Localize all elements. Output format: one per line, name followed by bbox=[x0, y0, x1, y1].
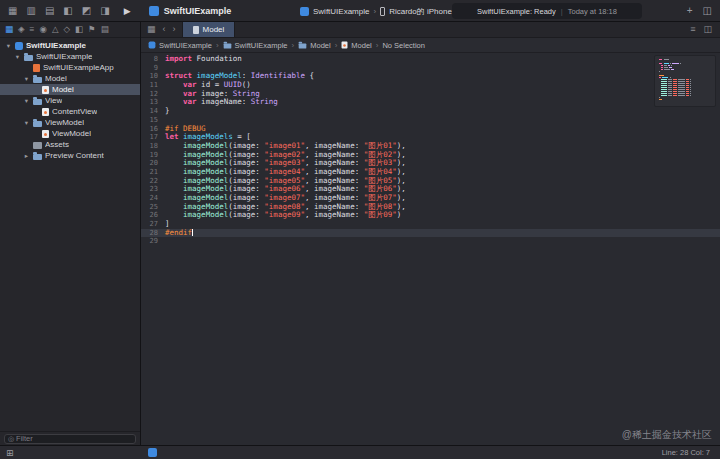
tree-item-assets[interactable]: Assets bbox=[0, 139, 140, 150]
editor-tab-bar: ▦ ‹ › Model ≡◫ bbox=[141, 22, 720, 38]
line-number[interactable]: 21 bbox=[141, 168, 165, 177]
line-number[interactable]: 27 bbox=[141, 220, 165, 229]
tree-item-swiftuiexample[interactable]: ▾SwiftUIExample bbox=[0, 40, 140, 51]
tree-item-label: Preview Content bbox=[45, 151, 104, 160]
run-button[interactable]: ▶ bbox=[124, 6, 131, 16]
filter-field[interactable]: ◎ bbox=[4, 434, 136, 444]
line-number[interactable]: 18 bbox=[141, 142, 165, 151]
add-icon[interactable]: + bbox=[687, 6, 693, 16]
disclosure-triangle-icon[interactable]: ▾ bbox=[23, 119, 30, 127]
file-icon bbox=[193, 26, 199, 34]
line-number[interactable]: 15 bbox=[141, 116, 165, 125]
scheme-selector[interactable]: SwiftUIExample › Ricardo的 iPhone bbox=[300, 0, 452, 22]
minimap[interactable] bbox=[654, 55, 716, 107]
assets-icon bbox=[33, 142, 42, 149]
disclosure-triangle-icon[interactable]: ▾ bbox=[23, 97, 30, 105]
filter-input[interactable] bbox=[16, 434, 132, 443]
disclosure-triangle-icon[interactable]: ▾ bbox=[14, 53, 21, 61]
panel-split-icon[interactable]: ◩ bbox=[82, 6, 91, 16]
toolbar-left-icons: ▦▥▤◧◩◨ bbox=[0, 6, 110, 16]
project-navigator-icon[interactable]: ▦ bbox=[5, 25, 13, 34]
panel-left-icon[interactable]: ◧ bbox=[63, 6, 72, 16]
editor-panes-icon[interactable]: ◫ bbox=[703, 6, 712, 16]
tree-item-viewmodel[interactable]: ViewModel bbox=[0, 128, 140, 139]
breadcrumb-item-swiftuiexample[interactable]: SwiftUIExample bbox=[223, 41, 288, 50]
swift-app-icon bbox=[33, 64, 40, 72]
line-number[interactable]: 14 bbox=[141, 107, 165, 116]
scheme-target[interactable]: SwiftUIExample bbox=[313, 7, 369, 16]
debug-navigator-icon[interactable]: ◧ bbox=[75, 25, 83, 34]
disclosure-triangle-icon[interactable]: ▾ bbox=[5, 42, 12, 50]
disclosure-triangle-icon[interactable]: ▾ bbox=[23, 75, 30, 83]
line-number[interactable]: 16 bbox=[141, 125, 165, 134]
code-text: } bbox=[165, 107, 170, 116]
grid-icon[interactable]: ⊞ bbox=[6, 448, 14, 458]
forward-icon[interactable]: › bbox=[173, 25, 176, 34]
rows-icon[interactable]: ▤ bbox=[45, 6, 54, 16]
test-navigator-icon[interactable]: ◇ bbox=[64, 25, 71, 34]
line-number[interactable]: 10 bbox=[141, 72, 165, 81]
tree-item-preview-content[interactable]: ▸Preview Content bbox=[0, 150, 140, 161]
find-navigator-icon[interactable]: ◉ bbox=[40, 25, 47, 34]
tree-item-viewmodel[interactable]: ▾ViewModel bbox=[0, 117, 140, 128]
code-text: #endif bbox=[165, 229, 193, 238]
code-line: 27] bbox=[141, 220, 720, 229]
tab-model[interactable]: Model bbox=[182, 22, 236, 37]
navigator-sidebar: ▦◈≡◉△◇◧⚑▤ ▾SwiftUIExample▾SwiftUIExample… bbox=[0, 22, 141, 445]
line-number[interactable]: 19 bbox=[141, 151, 165, 160]
editor-options-icon[interactable]: ≡ bbox=[690, 25, 695, 34]
line-number[interactable]: 17 bbox=[141, 133, 165, 142]
line-number[interactable]: 8 bbox=[141, 55, 165, 64]
chevron-right-icon: › bbox=[335, 41, 338, 50]
line-number[interactable]: 24 bbox=[141, 194, 165, 203]
window-grid-icon[interactable]: ▦ bbox=[8, 6, 17, 16]
bottom-status-bar: ⊞ Line: 28 Col: 7 bbox=[0, 445, 720, 459]
issue-navigator-icon[interactable]: △ bbox=[52, 25, 59, 34]
line-number[interactable]: 11 bbox=[141, 81, 165, 90]
breadcrumb-item-no-selection[interactable]: No Selection bbox=[382, 41, 425, 50]
breadcrumb-item-model[interactable]: Model bbox=[341, 41, 371, 50]
tree-item-model[interactable]: Model bbox=[0, 84, 140, 95]
tree-item-swiftuiexampleapp[interactable]: SwiftUIExampleApp bbox=[0, 62, 140, 73]
breadcrumb-item-model[interactable]: Model bbox=[298, 41, 330, 50]
breakpoints-toggle[interactable] bbox=[148, 448, 157, 457]
tree-item-contentview[interactable]: ContentView bbox=[0, 106, 140, 117]
line-number[interactable]: 25 bbox=[141, 203, 165, 212]
chevron-right-icon: › bbox=[216, 41, 219, 50]
columns-icon[interactable]: ▥ bbox=[26, 6, 35, 16]
line-number[interactable]: 23 bbox=[141, 185, 165, 194]
source-control-navigator-icon[interactable]: ◈ bbox=[18, 25, 25, 34]
line-number[interactable]: 29 bbox=[141, 237, 165, 246]
tree-item-swiftuiexample[interactable]: ▾SwiftUIExample bbox=[0, 51, 140, 62]
line-number[interactable]: 22 bbox=[141, 177, 165, 186]
breakpoint-navigator-icon[interactable]: ⚑ bbox=[88, 25, 96, 34]
line-number[interactable]: 12 bbox=[141, 90, 165, 99]
back-icon[interactable]: ‹ bbox=[163, 25, 166, 34]
line-number[interactable]: 28 bbox=[141, 229, 165, 238]
breadcrumb-label: SwiftUIExample bbox=[159, 41, 212, 50]
swift-icon bbox=[42, 130, 49, 138]
activity-status[interactable]: SwiftUIExample: Ready | Today at 18:18 bbox=[452, 3, 642, 19]
jump-bar: SwiftUIExample›SwiftUIExample›Model›Mode… bbox=[141, 38, 720, 53]
folder-icon bbox=[33, 154, 42, 160]
tab-label: Model bbox=[203, 25, 225, 34]
line-number[interactable]: 9 bbox=[141, 64, 165, 73]
code-line: 15 bbox=[141, 116, 720, 125]
code-editor[interactable]: 8import Foundation910struct imageModel: … bbox=[141, 53, 720, 445]
line-number[interactable]: 13 bbox=[141, 98, 165, 107]
symbol-navigator-icon[interactable]: ≡ bbox=[30, 25, 35, 34]
report-navigator-icon[interactable]: ▤ bbox=[101, 25, 109, 34]
tree-item-view[interactable]: ▾View bbox=[0, 95, 140, 106]
code-line: 28#endif bbox=[141, 229, 720, 238]
related-items-icon[interactable]: ▦ bbox=[147, 25, 156, 34]
line-number[interactable]: 26 bbox=[141, 211, 165, 220]
code-text: import Foundation bbox=[165, 55, 242, 64]
tree-item-label: ViewModel bbox=[45, 118, 84, 127]
split-editor-icon[interactable]: ◫ bbox=[703, 25, 712, 34]
line-number[interactable]: 20 bbox=[141, 159, 165, 168]
panel-right-icon[interactable]: ◨ bbox=[100, 6, 109, 16]
disclosure-triangle-icon[interactable]: ▸ bbox=[23, 152, 30, 160]
tree-item-model[interactable]: ▾Model bbox=[0, 73, 140, 84]
scheme-device[interactable]: Ricardo的 iPhone bbox=[389, 6, 452, 17]
breadcrumb-item-swiftuiexample[interactable]: SwiftUIExample bbox=[148, 41, 212, 50]
